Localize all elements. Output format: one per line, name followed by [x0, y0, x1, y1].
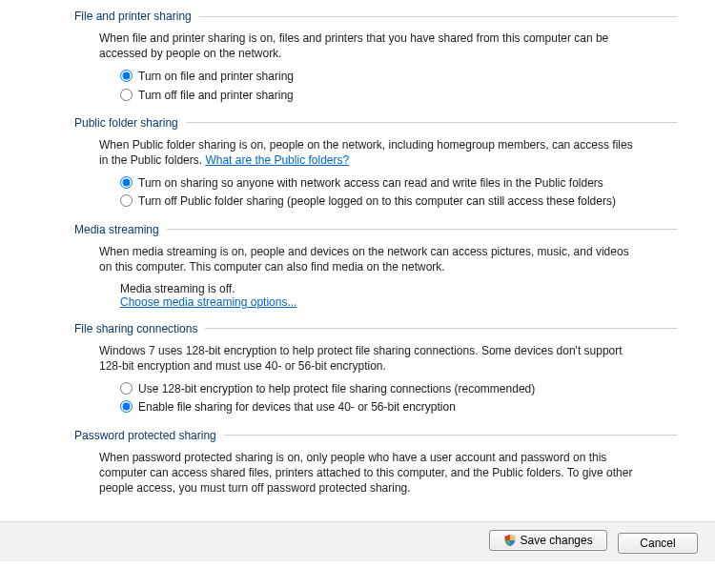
link-what-are-public-folders[interactable]: What are the Public folders?	[205, 153, 349, 167]
section-file-printer-sharing: File and printer sharing When file and p…	[74, 10, 677, 103]
media-streaming-status: Media streaming is off.	[120, 282, 677, 295]
section-public-folder-sharing: Public folder sharing When Public folder…	[74, 116, 677, 210]
radio-group-file-printer: Turn on file and printer sharing Turn of…	[120, 69, 677, 102]
option-label: Use 128-bit encryption to help protect f…	[138, 381, 535, 396]
radio-input[interactable]	[120, 194, 133, 207]
option-turn-on-file-printer-sharing[interactable]: Turn on file and printer sharing	[120, 69, 677, 84]
option-turn-on-public-folder-sharing[interactable]: Turn on sharing so anyone with network a…	[120, 175, 677, 191]
section-media-streaming: Media streaming When media streaming is …	[74, 223, 677, 309]
section-heading: Media streaming	[74, 223, 677, 236]
radio-input[interactable]	[120, 400, 133, 413]
save-changes-button[interactable]: Save changes	[489, 530, 607, 551]
divider	[224, 435, 677, 436]
section-description: When file and printer sharing is on, fil…	[99, 30, 677, 61]
section-title: File and printer sharing	[74, 10, 192, 23]
section-heading: File sharing connections	[74, 322, 677, 335]
button-label: Save changes	[521, 534, 593, 547]
radio-group-public-folder: Turn on sharing so anyone with network a…	[120, 175, 677, 209]
section-heading: Password protected sharing	[74, 429, 677, 442]
option-128-bit-encryption[interactable]: Use 128-bit encryption to help protect f…	[120, 381, 677, 396]
section-description: Windows 7 uses 128-bit encryption to hel…	[99, 343, 677, 374]
section-title: Public folder sharing	[74, 116, 178, 130]
option-label: Turn on sharing so anyone with network a…	[138, 175, 603, 191]
dialog-footer: Save changes Cancel	[0, 521, 715, 561]
radio-group-encryption: Use 128-bit encryption to help protect f…	[120, 381, 677, 415]
link-choose-media-streaming-options[interactable]: Choose media streaming options...	[120, 295, 296, 309]
divider	[199, 16, 677, 17]
radio-input[interactable]	[120, 382, 133, 395]
uac-shield-icon	[503, 534, 517, 547]
radio-input[interactable]	[120, 70, 133, 82]
option-label: Enable file sharing for devices that use…	[138, 399, 456, 415]
section-heading: File and printer sharing	[74, 10, 677, 23]
section-heading: Public folder sharing	[74, 116, 677, 130]
option-label: Turn off file and printer sharing	[138, 88, 294, 103]
divider	[167, 229, 677, 230]
section-title: File sharing connections	[74, 322, 197, 335]
section-title: Password protected sharing	[74, 429, 216, 442]
option-label: Turn off Public folder sharing (people l…	[138, 193, 616, 209]
cancel-button[interactable]: Cancel	[618, 533, 698, 554]
divider	[186, 122, 677, 123]
divider	[205, 328, 677, 329]
media-streaming-status-block: Media streaming is off. Choose media str…	[120, 282, 677, 309]
option-turn-off-public-folder-sharing[interactable]: Turn off Public folder sharing (people l…	[120, 193, 677, 209]
advanced-sharing-settings-panel: File and printer sharing When file and p…	[0, 0, 715, 496]
option-40-56-bit-encryption[interactable]: Enable file sharing for devices that use…	[120, 399, 677, 415]
radio-input[interactable]	[120, 176, 133, 189]
description-text: When Public folder sharing is on, people…	[99, 138, 633, 167]
button-label: Cancel	[640, 537, 675, 550]
section-title: Media streaming	[74, 223, 159, 236]
section-file-sharing-connections: File sharing connections Windows 7 uses …	[74, 322, 677, 416]
section-description: When password protected sharing is on, o…	[99, 450, 677, 497]
section-description: When Public folder sharing is on, people…	[99, 137, 677, 168]
section-password-protected-sharing: Password protected sharing When password…	[74, 429, 677, 497]
option-label: Turn on file and printer sharing	[138, 69, 294, 84]
radio-input[interactable]	[120, 89, 133, 101]
section-description: When media streaming is on, people and d…	[99, 244, 677, 274]
option-turn-off-file-printer-sharing[interactable]: Turn off file and printer sharing	[120, 88, 677, 103]
